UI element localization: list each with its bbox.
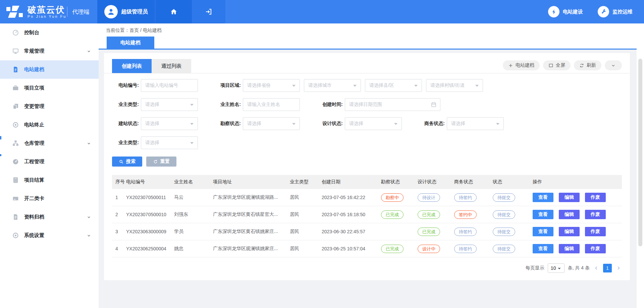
- edit-button[interactable]: 编辑: [559, 210, 580, 219]
- town-select[interactable]: 请选择村镇/街道: [426, 79, 483, 92]
- sidebar-item-dashboard[interactable]: 控制台: [0, 23, 99, 42]
- station-code-input[interactable]: 请输入电站编号: [141, 79, 198, 92]
- create-date-range[interactable]: 请选择日期范围: [345, 98, 440, 111]
- sidebar-item-gauge[interactable]: 工程管理: [0, 152, 99, 171]
- void-button[interactable]: 作废: [585, 227, 606, 236]
- owner-name: 马云: [174, 194, 213, 200]
- project-address: 广东深圳龙华区观澜镇姚家庄...: [213, 246, 290, 252]
- sidebar-item-briefcase[interactable]: 项目立项: [0, 79, 99, 97]
- build-status-select[interactable]: 请选择: [141, 117, 198, 130]
- caret-down-icon: [190, 123, 194, 125]
- page-number[interactable]: 1: [603, 264, 612, 272]
- station-code: YX2023063000009: [126, 229, 174, 234]
- sidebar-item-sitemap[interactable]: 仓库管理: [0, 134, 99, 152]
- placeholder-text: 请选择: [145, 121, 159, 127]
- prev-page-button[interactable]: [593, 264, 600, 272]
- status-badge: 已完成: [418, 228, 440, 236]
- top-header: 破茧云伏 Po Jian Yun Fu 代理端 超级管理员 电站建设监控运维: [0, 0, 644, 23]
- fullscreen-icon: [548, 63, 553, 68]
- sitemap-icon: [12, 140, 19, 147]
- business-status: 签约中: [454, 210, 493, 219]
- next-page-button[interactable]: [615, 264, 622, 272]
- plus-pill-button[interactable]: 电站建档: [503, 60, 540, 70]
- copy-icon: [12, 103, 19, 110]
- table-body: 1YX2023070500011马云广东深圳龙华区观澜镇观湖路...居民2023…: [112, 189, 622, 257]
- view-button[interactable]: 查看: [533, 210, 553, 219]
- current-user[interactable]: 超级管理员: [97, 0, 155, 23]
- county-select[interactable]: 请选择县/区: [365, 79, 422, 92]
- owner-type-select[interactable]: 请选择: [141, 98, 198, 111]
- owner-type-select-2[interactable]: 请选择: [141, 136, 198, 149]
- row-actions: 查看编辑作废: [533, 227, 622, 236]
- sidebar-item-label: 控制台: [24, 29, 39, 36]
- business-status-select[interactable]: 请选择: [447, 117, 504, 130]
- header-nav-wrench[interactable]: 监控运维: [598, 6, 633, 17]
- view-button[interactable]: 查看: [533, 244, 553, 253]
- edit-button[interactable]: 编辑: [559, 244, 580, 253]
- caret-down-icon: [190, 142, 194, 144]
- sidebar-item-calculator[interactable]: 项目结算: [0, 171, 99, 189]
- chevron-right-icon: [616, 265, 621, 271]
- list-tab[interactable]: 通过列表: [152, 59, 191, 73]
- sidebar-item-document[interactable]: 电站建档: [0, 60, 99, 79]
- placeholder-text: 请选择: [247, 121, 261, 127]
- sidebar-item-monitor[interactable]: 常规管理: [0, 42, 99, 60]
- lightning-circle: [548, 6, 559, 17]
- filter-label: 创建时间:: [316, 102, 343, 108]
- filter-row: 建站状态:请选择勘察状态:请选择设计状态:请选择商务状态:请选择: [112, 117, 622, 130]
- caret-down-icon: [496, 123, 499, 125]
- table-row: 3YX2023063000009学员广东深圳龙华区黄石镇姚家庄...居民2023…: [112, 223, 622, 240]
- survey-status-select[interactable]: 请选择: [243, 117, 300, 130]
- view-button[interactable]: 查看: [533, 193, 553, 202]
- edit-button[interactable]: 编辑: [559, 227, 580, 236]
- view-button[interactable]: 查看: [533, 227, 553, 236]
- sidebar-item-label: 项目结算: [24, 177, 44, 183]
- refresh-pill-button[interactable]: 刷新: [574, 60, 601, 70]
- project-address: 广东深圳龙华区观澜镇观湖路...: [213, 194, 290, 200]
- reset-button[interactable]: 重置: [146, 157, 176, 167]
- void-button[interactable]: 作废: [585, 193, 606, 202]
- nav-label: 电站建设: [563, 9, 583, 15]
- logo-title: 破茧云伏: [28, 5, 66, 14]
- sidebar-item-file[interactable]: 资料归档: [0, 208, 99, 226]
- sidebar-item-label: 资料归档: [24, 214, 44, 220]
- search-button[interactable]: 搜索: [112, 157, 142, 167]
- void-button[interactable]: 作废: [585, 244, 606, 253]
- fullscreen-pill-button[interactable]: 全屏: [543, 60, 571, 70]
- placeholder-text: 请选择县/区: [369, 82, 394, 88]
- province-select[interactable]: 请选择省份: [243, 79, 300, 92]
- scrollbar-thumb[interactable]: [638, 59, 642, 246]
- owner-name-input[interactable]: 请输入业主姓名: [243, 98, 300, 111]
- city-select[interactable]: 请选择城市: [304, 79, 361, 92]
- column-header: 商务状态: [454, 179, 493, 185]
- filter-group: 项目区域:请选择省份请选择城市请选择县/区请选择村镇/街道: [214, 79, 483, 92]
- page-tab[interactable]: 电站建档: [107, 37, 154, 49]
- per-page-label: 每页显示: [526, 265, 544, 271]
- status-badge: 设计中: [418, 245, 440, 253]
- collapse-pill-button[interactable]: [605, 60, 622, 70]
- sidebar: 控制台常规管理电站建档项目立项变更管理电站终止仓库管理工程管理项目结算开二类卡资…: [0, 23, 99, 308]
- home-button[interactable]: [155, 0, 192, 23]
- logo-subtitle: Po Jian Yun Fu: [28, 14, 66, 18]
- sidebar-item-settings[interactable]: 系统设置: [0, 226, 99, 245]
- chevron-down-icon: [87, 215, 91, 220]
- list-tab[interactable]: 创建列表: [112, 59, 152, 73]
- filter-label: 业主类型:: [112, 140, 139, 146]
- header-nav-lightning[interactable]: 电站建设: [548, 6, 583, 17]
- sidebar-item-card[interactable]: 开二类卡: [0, 189, 99, 208]
- void-button[interactable]: 作废: [585, 210, 606, 219]
- submit-status: 待提交: [493, 245, 533, 253]
- sidebar-item-label: 项目立项: [24, 85, 44, 91]
- chevron-left-icon: [594, 265, 599, 271]
- status-badge: 勘察中: [381, 193, 404, 202]
- sidebar-item-label: 常规管理: [24, 48, 44, 54]
- filter-label: 电站编号:: [112, 82, 139, 88]
- edit-button[interactable]: 编辑: [559, 193, 580, 202]
- sidebar-item-copy[interactable]: 变更管理: [0, 97, 99, 116]
- logout-button[interactable]: [192, 0, 225, 23]
- sidebar-item-target[interactable]: 电站终止: [0, 116, 99, 134]
- per-page-select[interactable]: 10: [548, 263, 565, 273]
- filter-group: 商务状态:请选择: [418, 117, 504, 130]
- filter-group: 设计状态:请选择: [316, 117, 402, 130]
- design-status-select[interactable]: 请选择: [345, 117, 402, 130]
